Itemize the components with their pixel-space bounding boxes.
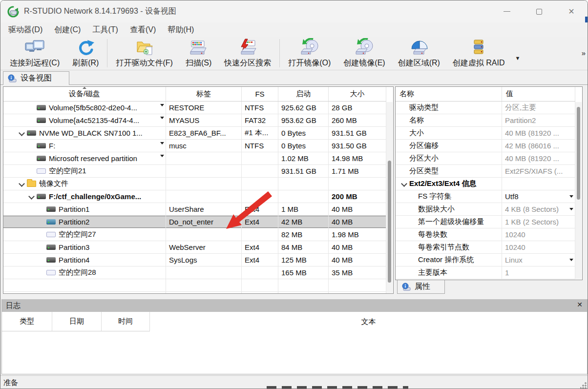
toolbar-dropdown-icon[interactable]: ▼ <box>515 55 521 61</box>
start-cell <box>278 190 329 203</box>
disk-icon <box>46 257 56 263</box>
device-row[interactable]: Microsoft reserved partition1.02 MB14.98… <box>3 152 386 165</box>
device-name-cell: Partition3 <box>3 241 166 253</box>
dropdown-icon[interactable] <box>160 104 164 106</box>
property-name: 大小 <box>396 127 502 139</box>
start-cell <box>278 178 329 190</box>
close-button[interactable]: ✕ <box>555 0 588 22</box>
device-row[interactable]: F:/ctf_challenge/0xGame...200 MB <box>3 190 386 203</box>
refresh-button[interactable]: 刷新(R) <box>66 38 105 68</box>
device-name-cell: Partition4 <box>3 254 166 266</box>
start-cell: 1.02 MB <box>278 152 329 164</box>
label-cell: RESTORE <box>166 102 242 114</box>
empty-cell <box>329 292 386 293</box>
log-close-icon[interactable]: ✕ <box>577 301 583 308</box>
device-row-empty <box>3 292 386 293</box>
lightning-drive-icon <box>236 38 259 58</box>
remote-computers-icon <box>23 38 46 58</box>
property-value[interactable]: Utf8 <box>502 190 575 203</box>
dropdown-icon[interactable] <box>569 195 573 198</box>
log-column-time[interactable]: 时间 <box>102 312 150 331</box>
open-image-button[interactable]: 打开镜像(O) <box>282 38 337 68</box>
device-name: Partition3 <box>59 243 89 251</box>
size-cell: 35 MB <box>329 266 386 279</box>
device-row[interactable]: 空的空间21931.51 GB1.71 MB <box>3 165 386 178</box>
label-cell: MYASUS <box>166 114 242 126</box>
tab-device-view[interactable]: 设备视图 <box>3 71 69 85</box>
column-header-start[interactable]: 启动 <box>278 87 329 101</box>
log-column-text[interactable]: 文本 <box>150 312 587 331</box>
quick-partition-search-button[interactable]: 快速分区搜索 <box>218 38 277 68</box>
property-row: 分区大小40 MB (81920 ... <box>396 152 575 165</box>
create-image-button[interactable]: 创建镜像(E) <box>337 38 391 68</box>
log-column-type[interactable]: 类型 <box>2 312 52 331</box>
scrollbar-thumb[interactable] <box>388 161 391 283</box>
device-row[interactable]: Volume{a4c52135-4d74-4...MYASUSFAT32953.… <box>3 114 386 127</box>
device-row[interactable]: Partition4SysLogsExt4125 MB40 MB <box>3 254 386 266</box>
menu-view[interactable]: 查看(V) <box>124 23 162 37</box>
chevron-down-icon[interactable] <box>17 129 27 137</box>
resize-grip[interactable] <box>580 382 587 389</box>
empty-cell <box>329 279 386 291</box>
property-name: 名称 <box>396 114 502 126</box>
device-row[interactable]: F:muscNTFS0 Bytes931.50 GB <box>3 140 386 152</box>
menu-help[interactable]: 帮助(H) <box>162 23 200 37</box>
connect-remote-button[interactable]: 连接到远程(C) <box>3 38 66 68</box>
device-row[interactable]: Partition1UserShareExt41 MB40 MB <box>3 203 386 216</box>
scrollbar-thumb[interactable] <box>577 107 580 200</box>
fs-cell: NTFS <box>242 102 278 114</box>
open-drive-file-button[interactable]: 打开驱动文件(F) <box>109 38 179 68</box>
dropdown-icon[interactable] <box>160 117 164 119</box>
menu-create[interactable]: 创建(C) <box>48 23 86 37</box>
property-rows: 驱动类型分区,主要名称Partition2大小40 MB (81920 ...分… <box>396 102 575 279</box>
horizontal-splitter[interactable] <box>0 294 588 299</box>
property-value[interactable]: 4 KB (8 Sectors) <box>502 203 575 215</box>
device-name-cell: Volume{a4c52135-4d74-4... <box>3 114 166 126</box>
device-row[interactable]: NVMe WD_BLACK SN7100 1...E823_8FA6_BF...… <box>3 127 386 140</box>
device-table-header: 设备/磁盘 标签 FS 启动 大小 <box>3 87 386 102</box>
chevron-down-icon[interactable] <box>399 180 409 188</box>
log-column-date[interactable]: 日期 <box>52 312 102 331</box>
dropdown-icon[interactable] <box>160 142 164 144</box>
device-row[interactable]: 空的空间2782 MB1.98 MB <box>3 228 386 241</box>
empty-icon <box>46 270 56 275</box>
chevron-down-icon[interactable] <box>27 193 37 201</box>
create-image-icon <box>353 38 376 58</box>
scan-button[interactable]: 扫描(S) <box>179 38 218 68</box>
minimize-button[interactable] <box>491 0 523 22</box>
size-cell: 40 MB <box>329 203 386 215</box>
properties-scrollbar[interactable] <box>575 102 582 279</box>
column-header-name[interactable]: 名称 <box>396 87 502 101</box>
column-header-device[interactable]: 设备/磁盘 <box>3 87 166 101</box>
open-image-icon <box>298 38 321 58</box>
device-row[interactable]: Partition3WebServerExt484 MB40 MB <box>3 241 386 254</box>
device-row[interactable]: Partition2Do_not_enterExt442 MB40 MB <box>3 216 386 228</box>
tab-strip: 设备视图 <box>0 70 588 85</box>
toolbar-overflow-chevron[interactable]: » <box>582 49 586 57</box>
column-header-fs[interactable]: FS <box>242 87 278 101</box>
menu-bar: 驱动器(D) 创建(C) 工具(T) 查看(V) 帮助(H) <box>0 22 588 37</box>
column-header-size[interactable]: 大小 <box>329 87 386 101</box>
dropdown-icon[interactable] <box>569 259 573 261</box>
device-name-cell: Volume{5fb5c802-d2e0-4... <box>3 102 166 114</box>
menu-drive[interactable]: 驱动器(D) <box>2 23 48 37</box>
dropdown-icon[interactable] <box>160 155 164 157</box>
property-name: 每卷索引节点数 <box>396 241 502 253</box>
device-row[interactable]: 镜像文件 <box>3 178 386 190</box>
menu-tools[interactable]: 工具(T) <box>86 23 124 37</box>
column-header-label[interactable]: 标签 <box>166 87 242 101</box>
tab-properties[interactable]: 属性 <box>397 280 445 294</box>
column-header-value[interactable]: 值 <box>502 87 575 101</box>
create-virtual-raid-button[interactable]: 创建虚拟 RAID <box>446 38 511 68</box>
property-value <box>502 178 575 190</box>
property-value[interactable]: Linux <box>502 254 575 266</box>
disk-icon <box>46 206 56 212</box>
create-region-button[interactable]: 创建区域(R) <box>392 38 446 68</box>
device-row[interactable]: Volume{5fb5c802-d2e0-4...RESTORENTFS925.… <box>3 102 386 114</box>
dropdown-icon[interactable] <box>569 208 573 210</box>
maximize-button[interactable] <box>523 0 555 22</box>
chevron-down-icon[interactable] <box>17 180 27 188</box>
device-tree-scrollbar[interactable] <box>386 102 393 293</box>
disk-icon <box>37 105 46 110</box>
device-row[interactable]: 空的空间28165 MB35 MB <box>3 266 386 279</box>
